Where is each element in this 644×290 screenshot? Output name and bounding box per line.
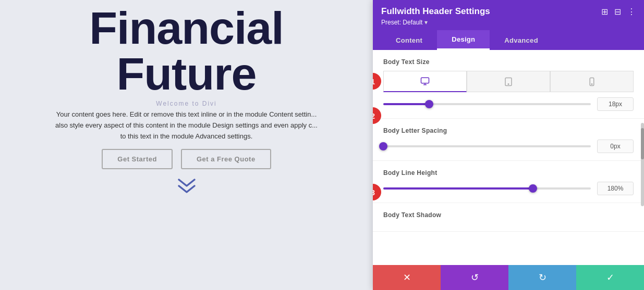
more-icon[interactable]: ⋮	[627, 7, 636, 17]
body-letter-spacing-slider[interactable]	[383, 141, 591, 152]
body-line-height-label: Body Line Height	[383, 169, 634, 176]
headline: Financial Future	[89, 5, 283, 97]
undo-button[interactable]: ↺	[441, 265, 508, 290]
body-line-height-slider[interactable]	[383, 183, 591, 194]
desktop-device-btn[interactable]	[383, 71, 467, 92]
tabs-row: Content Design Advanced	[381, 30, 636, 50]
body-letter-spacing-label: Body Letter Spacing	[383, 127, 634, 134]
badge-1: 1	[373, 73, 381, 90]
tablet-device-btn[interactable]	[467, 71, 550, 92]
redo-button[interactable]: ↻	[508, 265, 576, 290]
body-letter-spacing-section: Body Letter Spacing 0px	[373, 119, 644, 161]
body-text-size-section: Body Text Size	[373, 50, 644, 119]
preview-area: Financial Future Welcome to Divi Your co…	[0, 0, 373, 290]
buttons-row: Get Started Get a Free Quote	[102, 149, 271, 169]
cancel-button[interactable]: ✕	[373, 265, 441, 290]
body-text-size-value[interactable]: 18px	[597, 97, 634, 111]
body-line-height-value[interactable]: 180%	[597, 182, 634, 195]
mobile-device-btn[interactable]	[550, 71, 634, 92]
tab-advanced[interactable]: Advanced	[490, 30, 553, 50]
svg-point-6	[591, 83, 592, 84]
body-line-height-slider-row: 180%	[383, 182, 634, 195]
body-text: Your content goes here. Edit or remove t…	[55, 109, 318, 142]
expand-icon[interactable]: ⊞	[601, 7, 608, 17]
body-text-size-label: Body Text Size	[383, 58, 634, 66]
body-text-size-slider-row: 18px	[383, 97, 634, 111]
body-text-size-slider[interactable]	[383, 99, 591, 109]
get-started-button[interactable]: Get Started	[102, 149, 173, 169]
settings-panel: Fullwidth Header Settings ⊞ ⊟ ⋮ Preset: …	[373, 0, 644, 290]
scroll-indicator	[177, 178, 197, 196]
panel-title: Fullwidth Header Settings	[381, 6, 490, 17]
tab-design[interactable]: Design	[437, 30, 490, 50]
panel-content: Body Text Size	[373, 50, 644, 265]
panel-title-row: Fullwidth Header Settings ⊞ ⊟ ⋮	[381, 6, 636, 17]
panel-header: Fullwidth Header Settings ⊞ ⊟ ⋮ Preset: …	[373, 0, 644, 50]
svg-point-4	[508, 83, 509, 84]
badge-3: 3	[373, 184, 381, 200]
get-quote-button[interactable]: Get a Free Quote	[181, 149, 271, 169]
action-bar: ✕ ↺ ↻ ✓	[373, 265, 644, 290]
save-button[interactable]: ✓	[576, 265, 644, 290]
body-text-shadow-label: Body Text Shadow	[383, 211, 634, 219]
body-letter-spacing-slider-row: 0px	[383, 140, 634, 153]
device-icons-row	[383, 71, 634, 92]
scrollbar[interactable]	[641, 123, 644, 206]
svg-rect-0	[421, 78, 429, 83]
tab-content[interactable]: Content	[381, 30, 437, 50]
preset-selector[interactable]: Preset: Default ▾	[381, 19, 636, 26]
body-line-height-section: Body Line Height 180% 3	[373, 161, 644, 203]
body-letter-spacing-value[interactable]: 0px	[597, 140, 634, 153]
body-text-shadow-section: Body Text Shadow	[373, 203, 644, 232]
panel-title-icons: ⊞ ⊟ ⋮	[601, 7, 636, 17]
welcome-text: Welcome to Divi	[156, 100, 216, 107]
columns-icon[interactable]: ⊟	[614, 7, 621, 17]
